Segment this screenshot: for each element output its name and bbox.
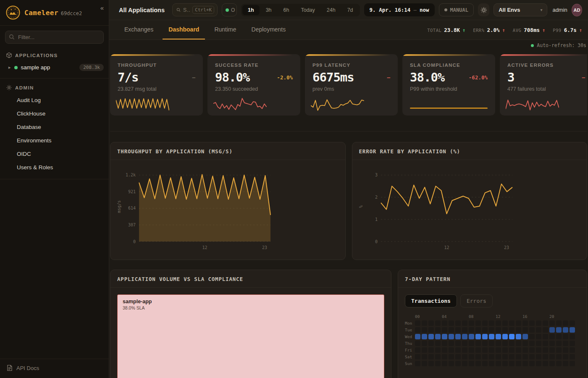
heatmap-cell xyxy=(543,347,548,353)
hour-label: 00 xyxy=(415,314,422,319)
filter-input[interactable] xyxy=(5,31,104,44)
time-range-7d[interactable]: 7d xyxy=(342,5,359,15)
connection-status-button[interactable]: O xyxy=(222,3,237,16)
stat-value: 2.0% xyxy=(487,27,500,33)
heatmap-cell xyxy=(509,354,514,360)
heatmap-cell xyxy=(469,327,474,333)
time-range-6h[interactable]: 6h xyxy=(278,5,295,15)
chevron-down-icon: ▾ xyxy=(540,8,542,12)
brand-text: Cameleer 69dcce2 xyxy=(24,9,82,17)
sidebar-item-users-roles[interactable]: Users & Roles xyxy=(0,161,109,174)
search-shortcut-kbd: Ctrl+K xyxy=(192,6,214,14)
heatmap-cell xyxy=(449,341,454,346)
date-range-button[interactable]: 9. Apr. 16:14 – now xyxy=(364,3,435,16)
heatmap-cell xyxy=(449,334,454,339)
tab-runtime[interactable]: Runtime xyxy=(208,20,242,39)
heatmap-cell xyxy=(415,354,420,360)
sidebar-item-database[interactable]: Database xyxy=(0,121,109,134)
mode-button-transactions[interactable]: Transactions xyxy=(405,294,457,307)
global-search-input[interactable]: S… Ctrl+K xyxy=(172,3,218,16)
sidebar-filter xyxy=(5,31,104,44)
document-icon xyxy=(7,365,13,371)
line-chart-svg: 32101223% xyxy=(357,163,588,260)
sidebar-item-oidc[interactable]: OIDC xyxy=(0,148,109,160)
time-range-1h[interactable]: 1h xyxy=(242,5,260,15)
heatmap-cell xyxy=(462,320,467,326)
heatmap-cell xyxy=(428,320,434,326)
hour-label xyxy=(449,314,455,319)
heatmap-cell xyxy=(543,354,548,360)
mode-button-errors[interactable]: Errors xyxy=(460,294,493,307)
heatmap-cell xyxy=(549,334,555,339)
kpi-card-throughput[interactable]: THROUGHPUT7/s–23.827 msg total xyxy=(110,54,203,116)
tab-dashboard[interactable]: Dashboard xyxy=(163,20,205,39)
heatmap-cell xyxy=(543,361,548,366)
heatmap-cell xyxy=(442,361,447,366)
heatmap-cell xyxy=(475,320,481,326)
heatmap-cell xyxy=(469,347,474,353)
heatmap-cell xyxy=(570,327,575,333)
dashboard-content: Auto-refresh: 30s THROUGHPUT7/s–23.827 m… xyxy=(109,40,588,378)
tab-exchanges[interactable]: Exchanges xyxy=(118,20,159,39)
sidebar-item-sample-app[interactable]: ▸ sample app 208.3k xyxy=(0,61,109,74)
date-to: now xyxy=(420,7,429,13)
heatmap-cell xyxy=(455,334,461,339)
tab-deployments[interactable]: Deployments xyxy=(246,20,292,39)
time-range-today[interactable]: Today xyxy=(295,5,320,15)
treemap-cell-sample-app[interactable]: sample-app 38.0% SLA xyxy=(117,294,384,378)
auto-refresh-label: Auto-refresh: 30s xyxy=(537,42,586,48)
heatmap-cell xyxy=(549,347,555,353)
kpi-card-p99-latency[interactable]: P99 LATENCY6675ms–prev 0ms xyxy=(305,54,398,116)
sidebar-collapse-icon[interactable]: « xyxy=(100,4,104,11)
kpi-card-active-errors[interactable]: ACTIVE ERRORS3–477 failures total xyxy=(500,54,587,116)
page-title: All Applications xyxy=(119,7,165,13)
env-select[interactable]: All Envs ▾ xyxy=(494,3,547,16)
sidebar-item-api-docs[interactable]: API Docs xyxy=(0,359,109,378)
treemap-app-sla: 38.0% SLA xyxy=(123,305,379,310)
search-placeholder: S… xyxy=(183,7,190,13)
hour-label xyxy=(422,314,428,319)
svg-text:307: 307 xyxy=(128,223,136,227)
heatmap-cell xyxy=(502,334,508,339)
env-select-value: All Envs xyxy=(499,7,520,13)
date-separator: – xyxy=(413,7,417,13)
heatmap-cell xyxy=(529,341,535,346)
kpi-card-success-rate[interactable]: SUCCESS RATE98.0%-2.0%23.350 succeeded xyxy=(207,54,300,116)
volume-sla-title: APPLICATION VOLUME VS SLA COMPLIANCE xyxy=(117,276,243,282)
trend-arrow-icon: ↑ xyxy=(579,27,582,33)
heatmap-cell xyxy=(570,334,575,339)
day-label: Sun xyxy=(405,361,415,366)
heatmap-cell xyxy=(422,320,427,326)
sidebar-item-audit-log[interactable]: Audit Log xyxy=(0,94,109,107)
sidebar-item-environments[interactable]: Environments xyxy=(0,134,109,147)
sidebar-item-clickhouse[interactable]: ClickHouse xyxy=(0,108,109,120)
sidebar: Cameleer 69dcce2 « APPLICATIONS ▸ sample… xyxy=(0,0,109,378)
heatmap-cell xyxy=(549,341,555,346)
heatmap-cell xyxy=(509,347,514,353)
sun-icon xyxy=(480,7,487,13)
panel-header: ERROR RATE BY APPLICATION (%) xyxy=(352,142,587,160)
heatmap-cell xyxy=(435,327,441,333)
theme-toggle-button[interactable] xyxy=(478,3,489,16)
heatmap-cell xyxy=(502,354,508,360)
heatmap-cell xyxy=(563,320,568,326)
heatmap-cell xyxy=(570,361,575,366)
time-range-24h[interactable]: 24h xyxy=(321,5,341,15)
stat-p99: P996.7s↑ xyxy=(553,27,582,33)
heatmap-cell xyxy=(556,347,562,353)
heatmap-cell xyxy=(543,334,548,339)
kpi-card-sla-compliance[interactable]: SLA COMPLIANCE38.0%-62.0%P99 within thre… xyxy=(402,54,495,116)
chevron-right-icon[interactable]: ▸ xyxy=(8,65,11,70)
avatar[interactable]: AD xyxy=(572,4,582,16)
kpi-sparkline xyxy=(213,96,267,112)
heatmap-cell xyxy=(442,327,447,333)
heatmap-cell xyxy=(449,347,454,353)
time-range-3h[interactable]: 3h xyxy=(260,5,277,15)
kpi-value-row: 38.0%-62.0% xyxy=(410,70,488,84)
svg-text:23: 23 xyxy=(504,245,509,250)
trend-arrow-icon: ↑ xyxy=(502,27,505,33)
kpi-subtext: 23.350 succeeded xyxy=(215,86,293,92)
manual-refresh-button[interactable]: MANUAL xyxy=(439,3,474,16)
kpi-label: SLA COMPLIANCE xyxy=(410,63,488,68)
heatmap-cell xyxy=(449,327,454,333)
